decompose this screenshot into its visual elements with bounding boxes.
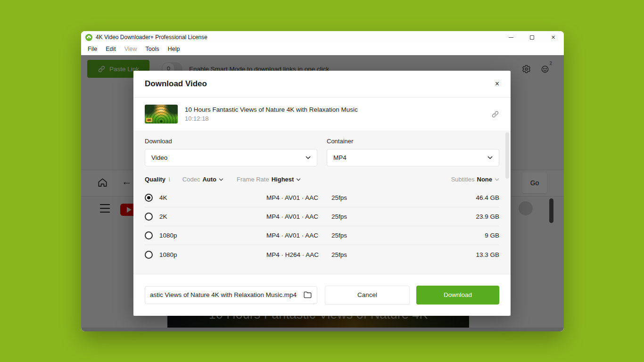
framerate-label: Frame Rate — [237, 176, 269, 183]
menu-edit[interactable]: Edit — [101, 43, 120, 55]
fps-value: 25fps — [331, 251, 476, 258]
video-duration: 10:12:18 — [185, 115, 358, 122]
codec-value: Auto — [202, 176, 216, 183]
title-bar: 4K Video Downloader+ Professional Licens… — [81, 31, 564, 43]
size-value: 13.3 GB — [476, 251, 499, 258]
download-type-select[interactable]: Video — [145, 149, 317, 166]
size-value: 9 GB — [485, 232, 499, 239]
quality-radio[interactable] — [145, 194, 153, 202]
thumbnail-4k-badge: 4K — [146, 118, 152, 122]
chevron-down-icon — [495, 178, 499, 181]
dialog-close-icon[interactable]: × — [495, 80, 499, 88]
close-button[interactable]: × — [543, 31, 564, 43]
dialog-body: Download Video Container MP4 Quality i C… — [133, 131, 511, 274]
minimize-button[interactable] — [500, 31, 521, 43]
quality-info-icon[interactable]: i — [169, 176, 170, 183]
window-title: 4K Video Downloader+ Professional Licens… — [96, 34, 207, 41]
format-value: MP4 · H264 · AAC — [266, 251, 331, 258]
close-icon: × — [551, 34, 555, 41]
size-value: 23.9 GB — [476, 213, 499, 220]
subtitles-value: None — [477, 176, 493, 183]
quality-label: Quality — [145, 176, 165, 183]
dialog-footer: astic Views of Nature 4K with Relaxation… — [133, 274, 511, 315]
format-value: MP4 · AV01 · AAC — [266, 213, 331, 220]
download-label: Download — [444, 291, 472, 298]
fps-value: 25fps — [331, 213, 476, 220]
filename-value: astic Views of Nature 4K with Relaxation… — [150, 291, 299, 298]
quality-row-list: 4K MP4 · AV01 · AAC 25fps 46.4 GB 2K MP4… — [145, 189, 499, 264]
download-video-dialog: Download Video × 4K 10 Hours Fantastic V… — [133, 71, 511, 316]
download-select-label: Download — [145, 138, 317, 145]
quality-radio[interactable] — [145, 231, 153, 239]
codec-label: Codec — [182, 176, 200, 183]
browse-folder-button[interactable] — [303, 291, 312, 299]
maximize-button[interactable] — [521, 31, 543, 43]
format-value: MP4 · AV01 · AAC — [266, 194, 331, 201]
quality-row[interactable]: 2K MP4 · AV01 · AAC 25fps 23.9 GB — [145, 207, 499, 226]
subtitles-dropdown[interactable]: Subtitles None — [451, 176, 499, 183]
quality-radio[interactable] — [145, 213, 153, 221]
format-value: MP4 · AV01 · AAC — [266, 232, 331, 239]
cancel-button[interactable]: Cancel — [325, 286, 410, 304]
container-select-label: Container — [327, 138, 499, 145]
container-select[interactable]: MP4 — [327, 149, 499, 166]
video-title: 10 Hours Fantastic Views of Nature 4K wi… — [185, 106, 358, 113]
menu-tools[interactable]: Tools — [141, 43, 164, 55]
framerate-dropdown[interactable]: Frame Rate Highest — [237, 176, 301, 183]
quality-value: 1080p — [159, 251, 177, 258]
dialog-header: Download Video × — [133, 71, 511, 98]
folder-icon — [303, 291, 312, 299]
chevron-down-icon — [305, 156, 311, 159]
quality-value: 4K — [159, 194, 167, 201]
menu-bar: File Edit View Tools Help — [81, 43, 564, 55]
maximize-icon — [530, 35, 534, 40]
menu-help[interactable]: Help — [164, 43, 184, 55]
chevron-down-icon — [487, 156, 493, 159]
download-button[interactable]: Download — [416, 286, 499, 304]
source-link-icon[interactable] — [491, 110, 499, 118]
menu-file[interactable]: File — [83, 43, 101, 55]
quality-row[interactable]: 1080p MP4 · AV01 · AAC 25fps 9 GB — [145, 226, 499, 245]
subtitles-label: Subtitles — [451, 176, 475, 183]
chevron-down-icon — [296, 178, 301, 181]
framerate-value: Highest — [272, 176, 294, 183]
quality-value: 1080p — [159, 232, 177, 239]
video-info-row: 4K 10 Hours Fantastic Views of Nature 4K… — [133, 98, 511, 131]
menu-view[interactable]: View — [120, 43, 141, 55]
fps-value: 25fps — [331, 232, 485, 239]
size-value: 46.4 GB — [476, 194, 499, 201]
codec-dropdown[interactable]: Codec Auto — [182, 176, 223, 183]
dialog-title: Download Video — [145, 79, 207, 89]
container-value: MP4 — [333, 154, 347, 161]
fps-value: 25fps — [331, 194, 476, 201]
cancel-label: Cancel — [357, 291, 377, 298]
options-bar: Quality i Codec Auto Frame Rate Highest … — [145, 176, 499, 183]
filename-input[interactable]: astic Views of Nature 4K with Relaxation… — [145, 286, 317, 304]
chevron-down-icon — [219, 178, 223, 181]
quality-row[interactable]: 1080p MP4 · H264 · AAC 25fps 13.3 GB — [145, 245, 499, 264]
dialog-scrollbar-thumb[interactable] — [505, 132, 509, 179]
video-thumbnail: 4K — [145, 105, 178, 123]
app-logo-icon — [85, 34, 92, 41]
download-type-value: Video — [151, 154, 167, 161]
quality-value: 2K — [159, 213, 167, 220]
minimize-icon — [509, 37, 513, 38]
quality-row[interactable]: 4K MP4 · AV01 · AAC 25fps 46.4 GB — [145, 189, 499, 207]
quality-radio[interactable] — [145, 251, 153, 259]
